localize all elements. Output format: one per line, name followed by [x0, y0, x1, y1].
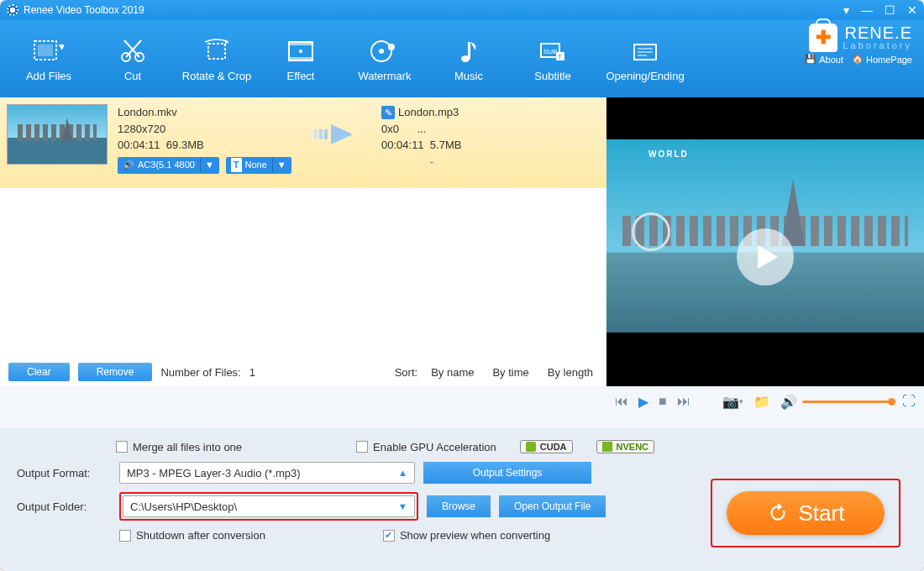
cuda-badge: CUDA [520, 440, 573, 453]
gpu-checkbox[interactable] [356, 441, 368, 453]
opening-ending-label: Opening/Ending [606, 70, 684, 82]
svg-rect-7 [208, 44, 225, 59]
preview-play-button[interactable] [737, 228, 794, 286]
output-format-label: Output Format: [17, 467, 111, 479]
cut-button[interactable]: Cut [91, 36, 175, 82]
clear-button[interactable]: Clear [8, 363, 70, 381]
brand-name: RENE.E [843, 25, 912, 40]
brand-sub: Laboratory [843, 40, 912, 50]
music-label: Music [454, 70, 483, 82]
source-resolution: 1280x720 [118, 121, 294, 138]
start-label: Start [799, 500, 845, 526]
volume-icon[interactable]: 🔊 [780, 394, 797, 410]
svg-marker-29 [331, 124, 353, 144]
brand-block: ✚ RENE.E Laboratory 💾About 🏠HomePage [805, 24, 912, 65]
file-bar: Clear Remove Number of Files: 1 Sort: By… [0, 358, 606, 386]
remove-button[interactable]: Remove [78, 363, 153, 381]
watermark-icon [370, 36, 400, 66]
svg-text:▾: ▾ [59, 39, 64, 53]
close-icon[interactable]: ✕ [907, 3, 917, 17]
start-button[interactable]: Start [727, 491, 885, 535]
output-folder-label: Output Folder: [17, 500, 111, 513]
home-icon: 🏠 [852, 54, 864, 65]
sort-by-time[interactable]: By time [487, 366, 533, 379]
volume-slider[interactable] [802, 401, 892, 403]
app-icon [7, 4, 18, 16]
music-icon [454, 36, 484, 66]
watermark-button[interactable]: Watermark [343, 36, 427, 82]
rotate-crop-button[interactable]: Rotate & Crop [175, 36, 259, 82]
title-bar: Renee Video Toolbox 2019 ▾ — ☐ ✕ [0, 0, 924, 20]
output-settings-button[interactable]: Output Settings [423, 462, 591, 484]
source-duration: 00:04:11 [118, 139, 160, 151]
effect-button[interactable]: Effect [259, 36, 343, 82]
add-files-button[interactable]: ▾ Add Files [7, 36, 91, 82]
svg-point-14 [379, 49, 384, 54]
prev-track-icon[interactable]: ⏮ [615, 394, 628, 409]
add-files-icon: ▾ [34, 36, 64, 66]
settings-panel: Merge all files into one Enable GPU Acce… [0, 428, 924, 571]
app-title: Renee Video Toolbox 2019 [24, 4, 144, 16]
maximize-icon[interactable]: ☐ [885, 3, 895, 17]
opening-ending-button[interactable]: Opening/Ending [595, 36, 696, 82]
shutdown-label: Shutdown after conversion [136, 529, 265, 542]
preview-tag: WORLD [648, 149, 689, 159]
open-output-button[interactable]: Open Output File [499, 495, 606, 517]
music-button[interactable]: Music [427, 36, 511, 82]
svg-rect-28 [324, 129, 328, 139]
cut-icon [118, 36, 148, 66]
sort-by-name[interactable]: By name [426, 366, 479, 379]
edit-output-icon[interactable]: ✎ [381, 106, 395, 119]
chevron-down-icon: ▼ [398, 501, 407, 511]
subtitle-dropdown[interactable]: TNone▼ [226, 157, 291, 174]
browse-button[interactable]: Browse [427, 495, 491, 517]
dest-res-extra: ... [417, 123, 427, 135]
svg-marker-8 [225, 39, 228, 45]
rotate-crop-label: Rotate & Crop [182, 70, 251, 82]
speaker-icon: 🔊 [123, 158, 134, 172]
save-icon: 💾 [805, 54, 816, 65]
output-format-combo[interactable]: MP3 - MPEG Layer-3 Audio (*.mp3) ▲ [119, 462, 415, 484]
opening-ending-icon [630, 36, 660, 66]
subtitle-label: Subtitle [534, 70, 570, 82]
output-folder-combo[interactable]: C:\Users\HP\Desktop\ ▼ [123, 495, 415, 517]
snapshot-icon[interactable]: 📷▾ [722, 394, 743, 410]
merge-checkbox[interactable] [116, 441, 128, 453]
fullscreen-icon[interactable]: ⛶ [902, 394, 916, 409]
sort-by-length[interactable]: By length [543, 366, 598, 379]
svg-rect-26 [314, 129, 318, 139]
output-format-value: MP3 - MPEG Layer-3 Audio (*.mp3) [127, 467, 301, 479]
svg-line-6 [124, 40, 139, 57]
gpu-label: Enable GPU Acceleration [373, 441, 496, 453]
svg-rect-10 [289, 42, 312, 45]
nvenc-badge: NVENC [596, 440, 655, 453]
homepage-link[interactable]: 🏠HomePage [852, 54, 912, 65]
brand-logo-icon: ✚ [809, 24, 837, 52]
svg-rect-17 [468, 42, 470, 59]
play-icon[interactable]: ▶ [638, 394, 648, 410]
svg-rect-11 [289, 57, 312, 60]
source-size: 69.3MB [166, 139, 204, 151]
minimize-icon[interactable]: — [861, 3, 873, 17]
svg-line-5 [126, 40, 141, 57]
preview-pane: WORLD ⏮ ▶ ■ ⏭ 📷▾ 📁 🔊 ⛶ [606, 97, 924, 416]
stop-icon[interactable]: ■ [659, 394, 667, 409]
dest-size: 5.7MB [430, 139, 462, 151]
show-preview-checkbox[interactable]: ✔ [383, 530, 395, 542]
merge-label: Merge all files into one [133, 441, 242, 453]
tray-icon[interactable]: ▾ [843, 3, 849, 17]
about-link[interactable]: 💾About [805, 54, 843, 65]
file-count: 1 [249, 366, 255, 379]
convert-arrow-icon [304, 119, 371, 149]
start-highlight: Start [711, 479, 900, 547]
dest-info: ✎London.mp3 0x0 ... 00:04:11 5.7MB - [381, 104, 482, 170]
effect-label: Effect [286, 70, 314, 82]
next-track-icon[interactable]: ⏭ [677, 394, 690, 409]
subtitle-button[interactable]: SUBT Subtitle [511, 36, 595, 82]
audio-codec-dropdown[interactable]: 🔊AC3(5.1 4800▼ [118, 157, 219, 174]
svg-text:T: T [558, 53, 562, 60]
show-preview-label: Show preview when converting [400, 529, 550, 542]
shutdown-checkbox[interactable] [119, 530, 131, 542]
refresh-icon [767, 502, 789, 524]
open-folder-icon[interactable]: 📁 [753, 394, 770, 410]
